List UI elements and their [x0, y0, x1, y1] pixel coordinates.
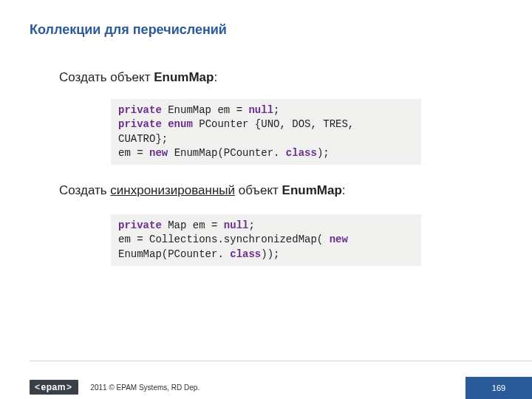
slide-title: Коллекции для перечислений [30, 22, 227, 38]
copyright-text: 2011 © EPAM Systems, RD Dep. [90, 383, 200, 392]
code-text: ); [317, 147, 330, 159]
code-line: private Map em = null; [118, 219, 414, 233]
keyword-class: class [224, 248, 261, 260]
text-bold: EnumMap [154, 70, 214, 84]
subtitle-create-enummap: Создать объект EnumMap: [59, 70, 217, 85]
code-line: em = Collections.synchronizedMap( new [118, 233, 414, 247]
chevron-left-icon: < [35, 382, 41, 392]
keyword-null: null [224, 219, 249, 231]
keyword-new: new [330, 233, 348, 245]
footer-left: <epam> 2011 © EPAM Systems, RD Dep. [30, 380, 200, 395]
code-text: em = [118, 147, 149, 159]
code-text: EnumMap(PCounter. [118, 248, 224, 260]
footer: <epam> 2011 © EPAM Systems, RD Dep. 169 [0, 361, 532, 399]
code-text: PCounter {UNO, DOS, TRES, [193, 118, 354, 130]
code-line: em = new EnumMap(PCounter. class); [118, 146, 414, 160]
text: Создать [59, 183, 110, 197]
keyword-new: new [149, 147, 168, 159]
text: Создать объект [59, 70, 154, 84]
keyword: private [118, 219, 162, 231]
code-block-enummap: private EnumMap em = null; private enum … [111, 99, 421, 165]
keyword: private [118, 118, 162, 130]
code-text [162, 118, 168, 130]
page-number: 169 [466, 377, 532, 399]
keyword-null: null [248, 104, 273, 116]
code-text: Map em = [162, 219, 224, 231]
text: : [214, 70, 217, 84]
code-line: EnumMap(PCounter. class)); [118, 248, 414, 262]
text-bold: EnumMap [282, 183, 342, 197]
subtitle-create-sync-enummap: Создать синхронизированный объект EnumMa… [59, 183, 346, 198]
code-text: ; [248, 219, 254, 231]
code-text: )); [261, 248, 279, 260]
code-line: CUATRO}; [118, 132, 414, 146]
logo-text: epam [41, 382, 66, 392]
code-text: em = Collections.synchronizedMap( [118, 233, 323, 245]
code-text: ; [273, 104, 279, 116]
keyword-class: class [279, 147, 316, 159]
code-text: EnumMap em = [162, 104, 249, 116]
code-line: private enum PCounter {UNO, DOS, TRES, [118, 117, 414, 132]
code-block-sync-enummap: private Map em = null; em = Collections.… [111, 214, 421, 266]
text: объект [235, 183, 282, 197]
text-underline: синхронизированный [110, 183, 235, 197]
code-line: private EnumMap em = null; [118, 103, 414, 117]
slide: Коллекции для перечислений Создать объек… [0, 0, 532, 399]
code-text: EnumMap(PCounter. [168, 147, 279, 159]
epam-logo: <epam> [30, 380, 78, 395]
keyword: private [118, 104, 162, 116]
code-text [323, 233, 329, 245]
chevron-right-icon: > [66, 382, 72, 392]
keyword-enum: enum [168, 118, 193, 130]
text: : [342, 183, 346, 197]
footer-divider [30, 361, 532, 361]
